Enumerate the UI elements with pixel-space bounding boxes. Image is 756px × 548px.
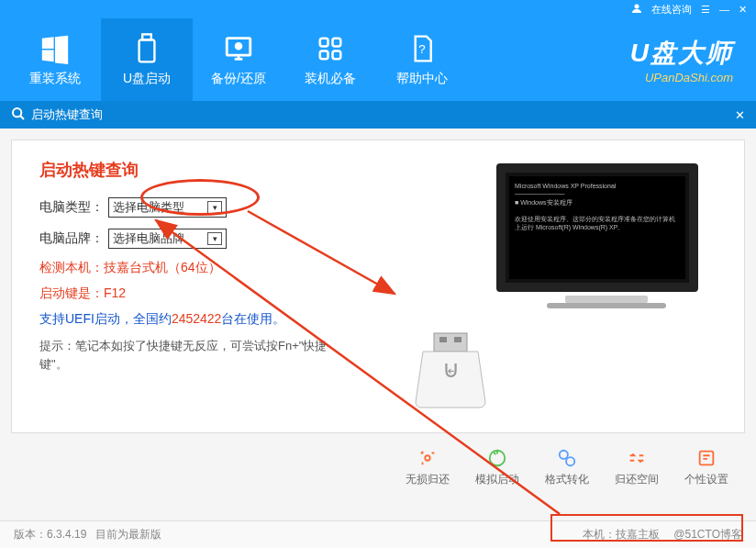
svg-point-0	[635, 5, 639, 9]
tool-label: 无损归还	[406, 472, 450, 487]
tool-label: 个性设置	[684, 472, 728, 487]
menu-icon[interactable]: ☰	[701, 4, 710, 16]
tool-convert[interactable]: 格式转化	[545, 448, 589, 487]
tool-settings[interactable]: 个性设置	[684, 448, 728, 487]
main-panel: 启动热键查询 电脑类型： 选择电脑类型 ▾ 电脑品牌： 选择电脑品牌 ▾ 检测本…	[11, 140, 745, 433]
logo-url: UPanDaShi.com	[630, 71, 733, 84]
svg-rect-8	[333, 51, 341, 60]
footer: 版本：6.3.4.19 目前为最新版 本机：技嘉主板 @51CTO博客	[0, 520, 756, 548]
svg-rect-11	[434, 333, 467, 352]
header: 重装系统 U盘启动 备份/还原 装机必备 ? 帮助中心 U盘	[0, 18, 756, 101]
brand-label: 电脑品牌：	[39, 230, 108, 247]
nav-label: U盘启动	[123, 71, 171, 87]
subheader-title: 启动热键查询	[31, 106, 103, 123]
nav-backup[interactable]: 备份/还原	[193, 18, 284, 101]
close-button[interactable]: ✕	[739, 4, 747, 16]
nav-help[interactable]: ? 帮助中心	[376, 18, 468, 101]
type-select[interactable]: 选择电脑类型 ▾	[108, 197, 227, 218]
nav-label: 帮助中心	[396, 71, 448, 87]
nav: 重装系统 U盘启动 备份/还原 装机必备 ? 帮助中心	[9, 18, 468, 101]
svg-rect-12	[439, 337, 447, 342]
svg-point-15	[425, 455, 430, 461]
svg-text:?: ?	[418, 42, 425, 56]
search-icon	[11, 106, 26, 124]
nav-label: 装机必备	[305, 71, 356, 87]
tool-simulate[interactable]: 模拟启动	[475, 448, 519, 487]
svg-text:⊌: ⊌	[442, 355, 460, 383]
avatar-icon	[631, 3, 642, 16]
grid-icon	[314, 32, 347, 65]
machine-info: 本机：技嘉主板	[583, 527, 660, 542]
svg-rect-6	[333, 39, 341, 47]
logo: U盘大师 UPanDaShi.com	[630, 36, 747, 84]
svg-rect-2	[139, 39, 155, 62]
close-icon[interactable]: ✕	[735, 108, 745, 122]
nav-essentials[interactable]: 装机必备	[284, 18, 376, 101]
toolbar: 无损归还 模拟启动 格式转化 归还空间 个性设置	[0, 444, 756, 495]
nav-reinstall[interactable]: 重装系统	[9, 18, 101, 101]
usb-drive-image: ⊌	[405, 331, 496, 414]
watermark: @51CTO博客	[673, 527, 742, 542]
chevron-down-icon: ▾	[207, 232, 222, 245]
version-info: 版本：6.3.4.19 目前为最新版	[14, 527, 161, 542]
brand-select[interactable]: 选择电脑品牌 ▾	[108, 229, 227, 249]
nav-label: 备份/还原	[211, 71, 266, 87]
svg-point-18	[566, 457, 574, 465]
nav-usb-boot[interactable]: U盘启动	[101, 18, 193, 101]
subheader: 启动热键查询 ✕	[0, 101, 756, 129]
tool-space[interactable]: 归还空间	[615, 448, 659, 487]
titlebar: 在线咨询 ☰ — ✕	[0, 0, 756, 18]
svg-point-17	[560, 451, 568, 459]
tool-restore[interactable]: 无损归还	[406, 448, 450, 487]
svg-rect-7	[320, 51, 328, 60]
type-label: 电脑类型：	[39, 199, 108, 216]
hint-text: 提示：笔记本如按了快捷键无反应，可尝试按Fn+"快捷键"。	[39, 337, 333, 373]
help-icon: ?	[406, 32, 439, 65]
svg-point-10	[13, 108, 21, 117]
logo-title: U盘大师	[630, 36, 733, 71]
svg-point-4	[236, 43, 241, 49]
chevron-down-icon: ▾	[207, 201, 222, 214]
tool-label: 格式转化	[545, 472, 589, 487]
tool-label: 归还空间	[615, 472, 659, 487]
select-value: 选择电脑类型	[113, 199, 184, 216]
nav-label: 重装系统	[29, 71, 81, 87]
minimize-button[interactable]: —	[719, 4, 729, 15]
usb-icon	[130, 32, 163, 65]
svg-rect-5	[320, 39, 328, 47]
windows-icon	[39, 32, 72, 65]
monitor-image: Microsoft Windows XP Professional───────…	[496, 163, 717, 329]
backup-icon	[222, 32, 255, 65]
svg-rect-13	[454, 337, 461, 342]
select-value: 选择电脑品牌	[113, 230, 184, 247]
tool-label: 模拟启动	[475, 472, 519, 487]
consult-link[interactable]: 在线咨询	[651, 3, 692, 17]
